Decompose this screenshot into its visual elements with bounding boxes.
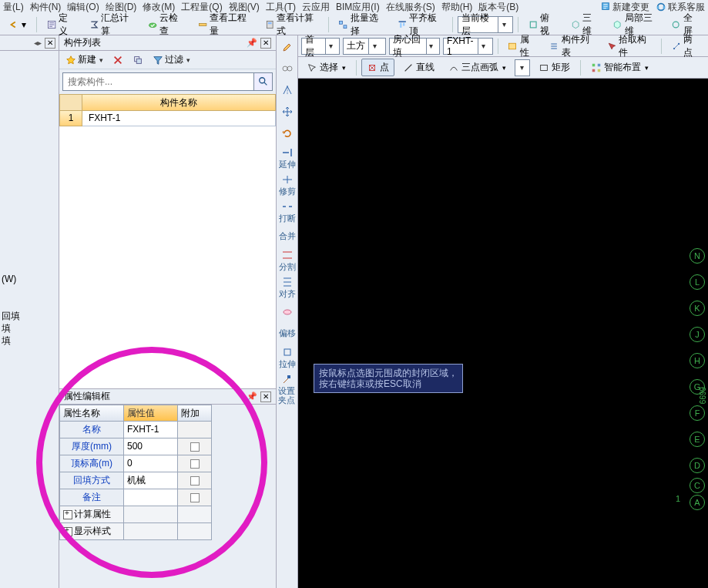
tree-item[interactable]: 回填 xyxy=(2,310,57,322)
filter-button[interactable]: 过滤 xyxy=(149,52,193,67)
prop-value[interactable]: 500 xyxy=(124,438,178,455)
close-button[interactable]: ✕ xyxy=(260,391,271,402)
left-tree: (W) 回填 填 填 xyxy=(0,267,59,353)
svg-rect-6 xyxy=(200,23,206,25)
tree-item[interactable] xyxy=(2,285,57,297)
prop-value[interactable]: 机械 xyxy=(124,472,178,489)
separator xyxy=(36,17,37,32)
vtool-grip[interactable]: 设置夹点 xyxy=(278,373,297,405)
tree-item[interactable]: 填 xyxy=(2,322,57,334)
chevron-down-icon xyxy=(325,39,337,54)
checkbox[interactable] xyxy=(190,459,200,469)
svg-rect-22 xyxy=(287,375,290,378)
vtool-rotate[interactable] xyxy=(278,125,297,142)
point-button[interactable]: 点 xyxy=(361,59,394,76)
vtool-extend[interactable]: 延伸 xyxy=(278,146,297,169)
label: 定义 xyxy=(59,12,75,38)
column-header[interactable]: 附加 xyxy=(178,405,212,422)
chevron-down-icon xyxy=(368,39,381,54)
vtool-mirror[interactable] xyxy=(278,82,297,99)
search-input[interactable] xyxy=(62,72,254,91)
svg-rect-16 xyxy=(136,59,141,63)
column-header[interactable]: 属性名称 xyxy=(59,405,124,422)
copy-button[interactable] xyxy=(129,54,146,66)
prop-extra[interactable] xyxy=(178,472,212,489)
undo-button[interactable]: ▾ xyxy=(3,17,32,32)
vtool-align[interactable]: 对齐 xyxy=(278,276,297,298)
checkbox[interactable] xyxy=(190,476,200,486)
select-button[interactable]: 选择 xyxy=(301,59,351,76)
checkbox[interactable] xyxy=(190,442,200,452)
batch-icon xyxy=(338,19,347,30)
table-row[interactable]: 1 FXHT-1 xyxy=(59,111,276,126)
axis-label: C xyxy=(690,478,705,493)
align-icon xyxy=(398,19,407,30)
vtool-trim[interactable]: 修剪 xyxy=(278,173,297,196)
close-button[interactable]: ✕ xyxy=(260,38,271,49)
arc-options[interactable] xyxy=(515,59,530,76)
prop-extra[interactable] xyxy=(178,455,212,472)
vtool-link[interactable] xyxy=(278,60,297,77)
checkbox[interactable] xyxy=(190,493,200,502)
line-button[interactable]: 直线 xyxy=(398,59,440,76)
axis-labels: N L K J H G F E D C A xyxy=(690,248,705,510)
tooltip-line: 按右键结束或按ESC取消 xyxy=(319,378,458,389)
subcat-combo[interactable]: 房心回填 xyxy=(389,38,440,55)
svg-point-20 xyxy=(284,310,291,314)
tab-scroll[interactable]: ◂▸ xyxy=(34,39,42,47)
close-button[interactable]: ✕ xyxy=(45,38,55,49)
search-button[interactable] xyxy=(254,72,273,91)
prop-extra[interactable] xyxy=(178,438,212,455)
vtool-break[interactable]: 打断 xyxy=(278,200,297,223)
label: 对齐 xyxy=(279,289,296,298)
pin-icon[interactable]: 📌 xyxy=(247,38,257,48)
filter-icon xyxy=(153,55,163,66)
prop-group-calc[interactable]: 计算属性 xyxy=(59,506,276,523)
cell-name[interactable]: FXHT-1 xyxy=(82,111,276,126)
tree-item[interactable]: 填 xyxy=(2,334,57,347)
vtool-stretch[interactable]: 拉伸 xyxy=(278,346,297,368)
column-header[interactable]: 构件名称 xyxy=(82,94,276,111)
vtool-move[interactable] xyxy=(278,103,297,120)
viewport[interactable]: 按鼠标点选图元围成的封闭区域， 按右键结束或按ESC取消 N L K J H G… xyxy=(298,79,708,588)
svg-rect-31 xyxy=(598,69,601,72)
property-panel-title: 属性编辑框 📌 ✕ xyxy=(59,389,276,405)
smart-button[interactable]: 智能布置 xyxy=(586,59,654,76)
vtool-offset[interactable]: 偏移 xyxy=(278,324,297,341)
vtool-brush[interactable] xyxy=(278,39,297,55)
column-header[interactable]: 属性值 xyxy=(124,405,178,422)
prop-value[interactable] xyxy=(124,489,178,506)
new-button[interactable]: 新建 xyxy=(62,52,106,67)
tree-item[interactable]: (W) xyxy=(2,273,57,285)
prop-key: 厚度(mm) xyxy=(59,438,124,455)
define-icon xyxy=(47,19,56,30)
category-combo[interactable]: 土方 xyxy=(343,38,386,55)
twopoint-icon xyxy=(672,41,681,52)
tooltip-line: 按鼠标点选图元围成的封闭区域， xyxy=(319,368,458,378)
prop-group-display[interactable]: 显示样式 xyxy=(59,523,276,540)
rotate-icon xyxy=(281,127,294,139)
label: 房心回填 xyxy=(393,33,423,59)
floor-combo[interactable]: 首层 xyxy=(301,38,340,55)
tree-item[interactable] xyxy=(2,297,57,310)
vtool-cloud[interactable] xyxy=(278,303,297,320)
prop-value[interactable]: 0 xyxy=(124,455,178,472)
props-icon xyxy=(508,41,517,52)
svg-rect-29 xyxy=(598,63,601,66)
vtool-split[interactable]: 分割 xyxy=(278,249,297,271)
label: 云检查 xyxy=(159,12,184,38)
label: 延伸 xyxy=(279,160,296,169)
delete-button[interactable] xyxy=(109,54,126,66)
pin-icon[interactable]: 📌 xyxy=(247,391,257,402)
svg-point-18 xyxy=(283,66,287,71)
menu-item[interactable]: 量(L) xyxy=(3,1,24,14)
axis-label: F xyxy=(690,405,705,421)
arc3-button[interactable]: 三点画弧 xyxy=(443,59,512,76)
prop-extra[interactable] xyxy=(178,489,212,506)
vtool-merge[interactable]: 合并 xyxy=(278,227,297,244)
prop-value[interactable]: FXHT-1 xyxy=(124,422,178,438)
group-label: 显示样式 xyxy=(59,523,124,540)
rect-button[interactable]: 矩形 xyxy=(533,59,575,76)
component-combo[interactable]: FXHT-1 xyxy=(443,38,493,55)
list-icon xyxy=(549,41,559,52)
